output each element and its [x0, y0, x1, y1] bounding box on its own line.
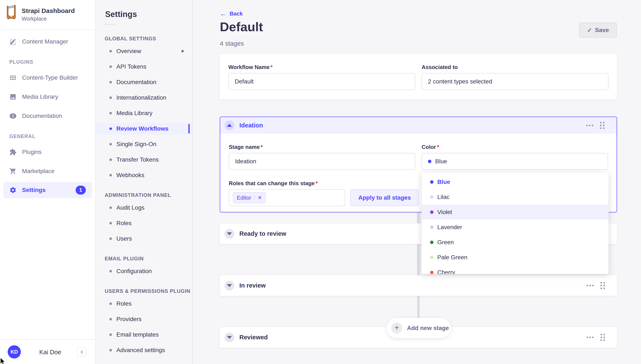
- apply-to-all-stages-button[interactable]: Apply to all stages: [350, 189, 419, 206]
- drag-handle-icon[interactable]: [600, 122, 604, 129]
- subnav-item-label: Roles: [116, 300, 132, 307]
- subnav-item-users[interactable]: Users: [96, 233, 192, 245]
- subnav-item-label: Internationalization: [116, 94, 166, 101]
- sidebar-item-content-manager[interactable]: Content Manager: [0, 35, 95, 48]
- color-option-lavender[interactable]: Lavender: [422, 220, 608, 235]
- divider: [105, 24, 115, 25]
- subnav-item-label: API Tokens: [116, 63, 146, 70]
- remove-role-icon[interactable]: ✕: [258, 195, 262, 201]
- color-option-label: Green: [437, 239, 454, 246]
- stage-header[interactable]: Ideation: [220, 117, 616, 134]
- chevron-down-icon: [227, 232, 232, 235]
- sidebar-item-plugins[interactable]: Plugins: [0, 146, 95, 158]
- sidebar-item-documentation[interactable]: Documentation: [0, 110, 95, 122]
- expand-stage-button[interactable]: [224, 229, 234, 239]
- stage-title: In review: [239, 282, 266, 289]
- color-dot-icon: [430, 210, 434, 214]
- subnav-item-email-templates[interactable]: Email templates: [96, 329, 192, 341]
- collapse-stage-button[interactable]: [224, 120, 234, 130]
- color-option-pale-green[interactable]: Pale Green: [422, 250, 608, 265]
- pencil-icon: [9, 38, 16, 45]
- subnav-item-api-tokens[interactable]: API Tokens: [96, 61, 192, 73]
- required-asterisk: *: [316, 180, 318, 186]
- color-option-label: Lavender: [437, 224, 462, 231]
- subnav-item-documentation[interactable]: Documentation: [96, 76, 192, 88]
- more-options-icon[interactable]: [586, 125, 593, 126]
- notification-dot-icon: [182, 50, 184, 52]
- expand-stage-button[interactable]: [224, 332, 234, 342]
- drag-handle-icon[interactable]: [600, 334, 605, 341]
- drag-handle-icon[interactable]: [600, 282, 605, 289]
- subnav-item-media-library[interactable]: Media Library: [96, 107, 192, 119]
- subnav-item-roles[interactable]: Roles: [96, 217, 192, 229]
- sidebar-section-general: GENERAL Plugins Marketplace Settings 1: [0, 134, 95, 198]
- subnav-item-single-sign-on[interactable]: Single Sign-On: [96, 138, 192, 150]
- color-option-label: Pale Green: [437, 254, 468, 261]
- subnav-item-label: Audit Logs: [116, 204, 144, 211]
- sidebar-item-label: Documentation: [22, 112, 62, 119]
- subnav-item-advanced-settings[interactable]: Advanced settings: [96, 344, 192, 356]
- stage-title: Ready to review: [239, 230, 286, 237]
- section-label: USERS & PERMISSIONS PLUGIN: [105, 288, 192, 294]
- subnav-item-audit-logs[interactable]: Audit Logs: [96, 202, 192, 214]
- stage-name-input[interactable]: [229, 153, 415, 170]
- subnav-item-overview[interactable]: Overview: [96, 45, 192, 57]
- settings-subnav: Settings GLOBAL SETTINGS Overview API To…: [96, 0, 193, 364]
- sidebar-item-content-type-builder[interactable]: Content-Type Builder: [0, 71, 95, 84]
- color-option-label: Lilac: [437, 194, 450, 200]
- subnav-item-review-workflows[interactable]: Review Workflows: [96, 123, 192, 135]
- sidebar-item-label: Marketplace: [22, 168, 54, 174]
- workflow-name-label: Workflow Name*: [228, 64, 415, 70]
- user-avatar[interactable]: KD: [8, 345, 21, 358]
- color-option-green[interactable]: Green: [422, 235, 608, 250]
- cart-icon: [9, 168, 16, 175]
- puzzle-icon: [9, 148, 16, 156]
- expand-stage-button[interactable]: [224, 281, 234, 290]
- stage-card-in-review[interactable]: In review: [220, 275, 617, 296]
- workspace-name: Workplace: [22, 16, 47, 22]
- workflow-name-input[interactable]: [228, 73, 415, 90]
- sidebar-item-media-library[interactable]: Media Library: [0, 90, 95, 103]
- chevron-up-icon: [227, 124, 232, 127]
- section-label: EMAIL PLUGIN: [105, 256, 192, 262]
- back-link[interactable]: ← Back: [220, 10, 243, 17]
- save-button[interactable]: ✓ Save: [579, 22, 617, 38]
- required-asterisk: *: [270, 64, 273, 70]
- roles-multiselect[interactable]: Editor ✕: [229, 189, 345, 206]
- subnav-item-up-roles[interactable]: Roles: [96, 298, 192, 310]
- more-options-icon[interactable]: [587, 336, 594, 338]
- color-option-blue[interactable]: Blue: [422, 174, 608, 190]
- color-dot-icon: [430, 256, 434, 259]
- role-tag-editor[interactable]: Editor ✕: [233, 192, 266, 203]
- info-icon: [9, 112, 16, 120]
- chevron-left-icon: ‹: [80, 347, 83, 356]
- subnav-item-internationalization[interactable]: Internationalization: [96, 92, 192, 104]
- sidebar-item-settings[interactable]: Settings 1: [4, 182, 92, 198]
- subnav-item-configuration[interactable]: Configuration: [96, 265, 192, 277]
- color-option-lilac[interactable]: Lilac: [422, 190, 608, 204]
- section-label: PLUGINS: [9, 59, 95, 65]
- color-option-violet[interactable]: Violet: [422, 204, 608, 220]
- subnav-item-label: Overview: [116, 48, 141, 54]
- brand-block[interactable]: Strapi Dashboard Workplace: [0, 0, 95, 30]
- sidebar-item-marketplace[interactable]: Marketplace: [0, 165, 95, 178]
- image-icon: [9, 93, 16, 100]
- section-label: ADMINISTRATION PANEL: [105, 192, 192, 198]
- associated-to-select[interactable]: 2 content types selected: [422, 73, 608, 90]
- add-new-stage-button[interactable]: + Add new stage: [386, 318, 451, 338]
- subnav-item-webhooks[interactable]: Webhooks: [96, 169, 192, 181]
- subnav-item-transfer-tokens[interactable]: Transfer Tokens: [96, 154, 192, 166]
- workflow-meta-card: Workflow Name* Associated to 2 content t…: [220, 54, 617, 100]
- more-options-icon[interactable]: [587, 285, 594, 286]
- sidebar-item-label: Content Manager: [22, 38, 68, 45]
- color-select[interactable]: Blue: [422, 153, 608, 170]
- divider: [254, 195, 255, 200]
- subnav-item-label: Advanced settings: [116, 347, 165, 354]
- sidebar-item-label: Settings: [22, 187, 46, 194]
- subnav-item-providers[interactable]: Providers: [96, 313, 192, 325]
- color-option-cherry[interactable]: Cherry: [422, 265, 608, 274]
- plus-icon: +: [391, 322, 402, 334]
- associated-to-value: 2 content types selected: [428, 78, 492, 85]
- subnav-item-label: Transfer Tokens: [116, 156, 159, 163]
- collapse-sidebar-button[interactable]: ‹: [77, 347, 87, 357]
